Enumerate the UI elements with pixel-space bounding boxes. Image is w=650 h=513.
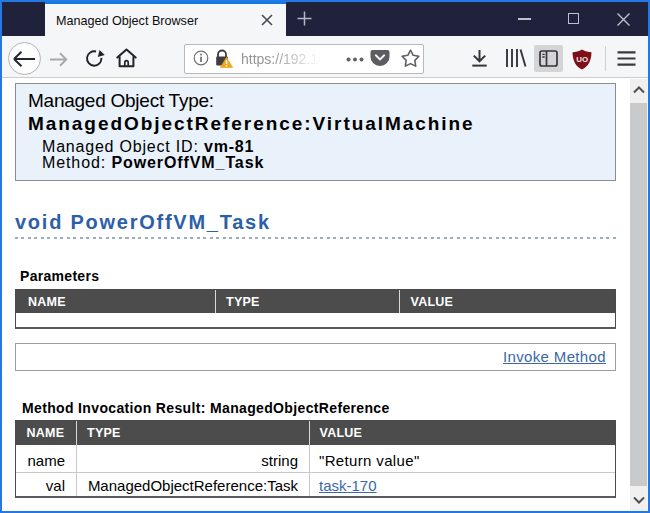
svg-text:UO: UO (576, 54, 588, 63)
